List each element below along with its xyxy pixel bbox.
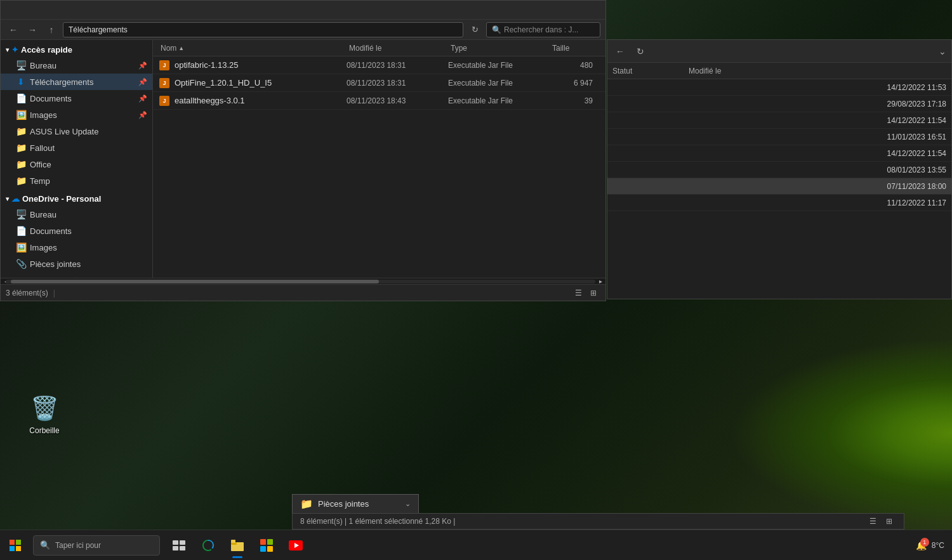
right-date-7: 11/12/2022 11:17 <box>612 199 946 207</box>
od-images-icon: 🖼️ <box>16 242 26 252</box>
right-refresh-btn[interactable]: ↻ <box>633 44 648 59</box>
col-size-label: Taille <box>552 44 569 53</box>
file-row-2[interactable]: J eatalltheeggs-3.0.1 08/11/2023 18:43 E… <box>153 92 605 110</box>
refresh-button[interactable]: ↻ <box>467 22 482 37</box>
pin-icon-docs: 📌 <box>138 94 147 103</box>
jar-icon-0: J <box>158 59 171 72</box>
sidebar-item-onedrive-images[interactable]: 🖼️ Images <box>1 239 152 256</box>
bottom-status-text: 8 élément(s) | 1 élément sélectionné 1,2… <box>300 517 455 526</box>
bureau-icon: 🖥️ <box>16 60 26 70</box>
bottom-status-bar: 8 élément(s) | 1 élément sélectionné 1,2… <box>292 513 904 530</box>
taskbar-task-view[interactable] <box>165 531 193 559</box>
svg-rect-4 <box>173 540 178 545</box>
sidebar-onedrive-header[interactable]: ▾ ☁ OneDrive - Personal <box>1 192 152 206</box>
taskbar: 🔍 Taper ici pour <box>0 530 952 560</box>
right-back-btn[interactable]: ← <box>612 44 628 59</box>
svg-rect-13 <box>260 546 266 552</box>
sidebar-item-office[interactable]: 📁 Office <box>1 156 152 173</box>
sidebar-item-temp[interactable]: 📁 Temp <box>1 173 152 189</box>
recycle-bin-icon[interactable]: 🗑️ Corbeille <box>19 393 70 435</box>
explorer-toolbar <box>1 1 605 20</box>
taskbar-youtube[interactable] <box>282 531 310 559</box>
file-row-1[interactable]: J OptiFine_1.20.1_HD_U_I5 08/11/2023 18:… <box>153 74 605 92</box>
sidebar-item-onedrive-pieces-jointes[interactable]: 📎 Pièces jointes <box>1 256 152 272</box>
office-icon: 📁 <box>16 159 26 169</box>
up-button[interactable]: ↑ <box>44 22 59 37</box>
sidebar-item-fallout[interactable]: 📁 Fallout <box>1 140 152 156</box>
col-header-size[interactable]: Taille <box>550 44 600 53</box>
fallout-icon: 📁 <box>16 143 26 153</box>
sidebar-item-onedrive-bureau[interactable]: 🖥️ Bureau <box>1 206 152 223</box>
quick-access-label: Accès rapide <box>21 45 72 55</box>
right-panel-header: Statut Modifié le <box>607 63 951 79</box>
right-row-5[interactable]: 08/01/2023 13:55 <box>607 162 951 178</box>
address-path[interactable]: Téléchargements <box>63 22 463 37</box>
right-row-0[interactable]: 14/12/2022 11:53 <box>607 79 951 96</box>
view-buttons: ☰ ⊞ <box>571 286 600 300</box>
dropdown-icon[interactable]: ⌄ <box>939 46 946 56</box>
bottom-details-btn[interactable]: ☰ <box>866 514 880 528</box>
sidebar-item-telechargements[interactable]: ⬇ Téléchargements 📌 <box>1 74 152 90</box>
svg-rect-12 <box>267 539 273 545</box>
status-bar: 3 élément(s) | ☰ ⊞ <box>1 284 605 301</box>
col-statut-header: Statut <box>612 67 689 75</box>
taskbar-search[interactable]: 🔍 Taper ici pour <box>33 535 160 556</box>
taskbar-search-label: Taper ici pour <box>55 541 101 550</box>
right-row-7[interactable]: 11/12/2022 11:17 <box>607 195 951 211</box>
col-header-type[interactable]: Type <box>448 44 550 53</box>
col-header-name[interactable]: Nom ▲ <box>158 44 347 53</box>
svg-rect-14 <box>267 546 273 552</box>
images-icon: 🖼️ <box>16 110 26 120</box>
taskbar-store[interactable] <box>253 531 281 559</box>
col-name-label: Nom <box>161 44 176 53</box>
right-row-3[interactable]: 11/01/2023 16:51 <box>607 129 951 145</box>
right-panel: ← ↻ ⌄ Statut Modifié le 14/12/2022 11:53… <box>607 39 952 299</box>
sidebar-item-images[interactable]: 🖼️ Images 📌 <box>1 107 152 123</box>
bottom-icons-btn[interactable]: ⊞ <box>882 514 896 528</box>
taskbar-notification[interactable]: 🔔 1 <box>916 540 927 550</box>
documents-icon: 📄 <box>16 93 26 103</box>
folder-tab-expand-icon: ⌄ <box>405 500 411 508</box>
svg-rect-10 <box>231 540 235 543</box>
sidebar-item-asus[interactable]: 📁 ASUS Live Update <box>1 123 152 140</box>
od-images-label: Images <box>30 243 57 252</box>
scrollbar-thumb[interactable] <box>11 280 379 283</box>
file-date-1: 08/11/2023 18:31 <box>347 79 448 88</box>
svg-rect-7 <box>180 546 185 550</box>
scroll-right-arrow[interactable]: ▸ <box>595 278 605 285</box>
sort-icon: ▲ <box>178 45 184 51</box>
right-row-4[interactable]: 14/12/2022 11:54 <box>607 145 951 162</box>
bottom-folder-tab[interactable]: 📁 Pièces jointes ⌄ <box>292 494 419 513</box>
onedrive-label: OneDrive - Personal <box>22 194 101 204</box>
start-button[interactable] <box>0 530 30 561</box>
horizontal-scrollbar[interactable]: ◂ ▸ <box>1 278 605 284</box>
sidebar-item-bureau[interactable]: 🖥️ Bureau 📌 <box>1 57 152 74</box>
sidebar-item-documents[interactable]: 📄 Documents 📌 <box>1 90 152 107</box>
right-row-6[interactable]: 07/11/2023 18:00 <box>607 178 951 195</box>
col-header-date[interactable]: Modifié le <box>347 44 448 53</box>
file-list-header: Nom ▲ Modifié le Type Taille <box>153 40 605 56</box>
forward-button[interactable]: → <box>25 22 40 37</box>
search-box[interactable]: 🔍 Rechercher dans : J... <box>486 22 600 37</box>
jar-icon-1: J <box>158 77 171 89</box>
od-pieces-icon: 📎 <box>16 259 26 269</box>
sidebar-scroll-down[interactable]: ▾ <box>1 272 152 278</box>
col-date-label: Modifié le <box>349 44 381 53</box>
right-row-1[interactable]: 29/08/2023 17:18 <box>607 96 951 112</box>
taskbar-file-explorer[interactable] <box>223 531 251 559</box>
onedrive-cloud-icon: ☁ <box>11 194 20 204</box>
address-bar: ← → ↑ Téléchargements ↻ 🔍 Rechercher dan… <box>1 20 605 40</box>
right-row-2[interactable]: 14/12/2022 11:54 <box>607 112 951 129</box>
taskbar-edge[interactable] <box>194 531 222 559</box>
large-icons-view-btn[interactable]: ⊞ <box>586 286 600 300</box>
sidebar-quick-access-header[interactable]: ▾ ✦ Accès rapide <box>1 42 152 57</box>
back-button[interactable]: ← <box>6 22 21 37</box>
sidebar: ▾ ✦ Accès rapide 🖥️ Bureau 📌 ⬇ Télécharg… <box>1 40 153 278</box>
sidebar-item-onedrive-documents[interactable]: 📄 Documents <box>1 223 152 239</box>
file-row-0[interactable]: J optifabric-1.13.25 08/11/2023 18:31 Ex… <box>153 56 605 74</box>
chevron-onedrive-icon: ▾ <box>6 195 9 202</box>
details-view-btn[interactable]: ☰ <box>571 286 585 300</box>
right-date-2: 14/12/2022 11:54 <box>612 116 946 125</box>
documents-label: Documents <box>30 94 72 103</box>
file-date-0: 08/11/2023 18:31 <box>347 61 448 70</box>
